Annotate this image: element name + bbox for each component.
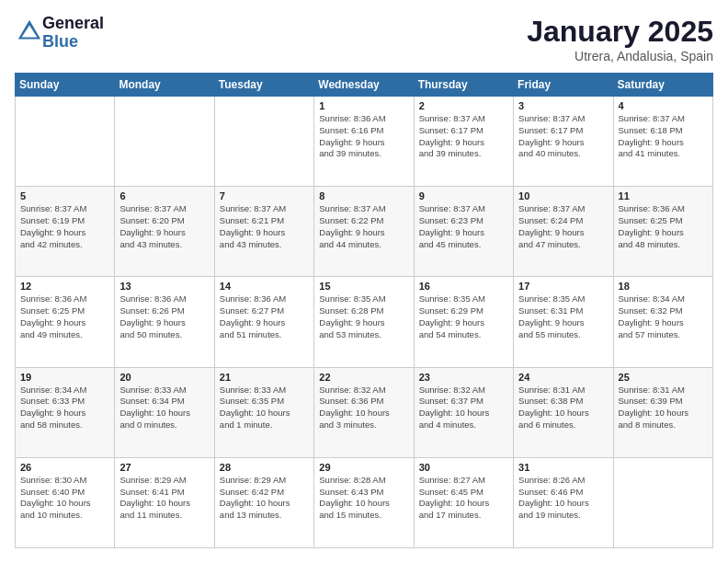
- table-row: 16Sunrise: 8:35 AM Sunset: 6:29 PM Dayli…: [414, 277, 513, 367]
- calendar-title: January 2025: [527, 15, 713, 49]
- table-row: 11Sunrise: 8:36 AM Sunset: 6:25 PM Dayli…: [613, 187, 712, 277]
- logo: General Blue: [15, 15, 104, 52]
- day-info: Sunrise: 8:32 AM Sunset: 6:37 PM Dayligh…: [419, 385, 508, 431]
- table-row: 8Sunrise: 8:37 AM Sunset: 6:22 PM Daylig…: [314, 187, 414, 277]
- table-row: 4Sunrise: 8:37 AM Sunset: 6:18 PM Daylig…: [613, 97, 712, 187]
- table-row: 3Sunrise: 8:37 AM Sunset: 6:17 PM Daylig…: [514, 97, 613, 187]
- day-info: Sunrise: 8:35 AM Sunset: 6:31 PM Dayligh…: [518, 293, 608, 340]
- table-row: 25Sunrise: 8:31 AM Sunset: 6:39 PM Dayli…: [613, 367, 712, 457]
- table-row: 9Sunrise: 8:37 AM Sunset: 6:23 PM Daylig…: [414, 187, 513, 277]
- day-info: Sunrise: 8:36 AM Sunset: 6:25 PM Dayligh…: [20, 293, 109, 340]
- table-row: 28Sunrise: 8:29 AM Sunset: 6:42 PM Dayli…: [214, 457, 313, 547]
- table-row: 6Sunrise: 8:37 AM Sunset: 6:20 PM Daylig…: [115, 187, 214, 277]
- day-number: 18: [619, 281, 708, 292]
- day-number: 22: [319, 372, 408, 383]
- col-tuesday: Tuesday: [214, 74, 313, 97]
- day-number: 12: [20, 281, 109, 292]
- day-number: 25: [619, 372, 708, 383]
- calendar-week-4: 19Sunrise: 8:34 AM Sunset: 6:33 PM Dayli…: [16, 367, 713, 457]
- day-info: Sunrise: 8:29 AM Sunset: 6:42 PM Dayligh…: [220, 475, 309, 522]
- table-row: 1Sunrise: 8:36 AM Sunset: 6:16 PM Daylig…: [314, 97, 414, 187]
- table-row: 22Sunrise: 8:32 AM Sunset: 6:36 PM Dayli…: [314, 367, 414, 457]
- table-row: 10Sunrise: 8:37 AM Sunset: 6:24 PM Dayli…: [514, 187, 613, 277]
- day-number: 23: [419, 372, 508, 383]
- day-info: Sunrise: 8:36 AM Sunset: 6:26 PM Dayligh…: [119, 293, 209, 340]
- day-number: 13: [119, 281, 209, 292]
- day-info: Sunrise: 8:36 AM Sunset: 6:25 PM Dayligh…: [619, 203, 708, 250]
- table-row: 17Sunrise: 8:35 AM Sunset: 6:31 PM Dayli…: [514, 277, 613, 367]
- table-row: 7Sunrise: 8:37 AM Sunset: 6:21 PM Daylig…: [214, 187, 313, 277]
- table-row: 20Sunrise: 8:33 AM Sunset: 6:34 PM Dayli…: [115, 367, 214, 457]
- table-row: 19Sunrise: 8:34 AM Sunset: 6:33 PM Dayli…: [16, 367, 115, 457]
- day-info: Sunrise: 8:37 AM Sunset: 6:24 PM Dayligh…: [518, 203, 608, 250]
- table-row: 5Sunrise: 8:37 AM Sunset: 6:19 PM Daylig…: [16, 187, 115, 277]
- table-row: 27Sunrise: 8:29 AM Sunset: 6:41 PM Dayli…: [115, 457, 214, 547]
- day-info: Sunrise: 8:35 AM Sunset: 6:29 PM Dayligh…: [419, 293, 508, 340]
- day-number: 2: [419, 100, 508, 111]
- table-row: 13Sunrise: 8:36 AM Sunset: 6:26 PM Dayli…: [115, 277, 214, 367]
- day-number: 31: [518, 462, 608, 473]
- day-number: 19: [20, 372, 109, 383]
- day-number: 3: [518, 100, 608, 111]
- logo-line2: Blue: [42, 33, 104, 52]
- table-row: [613, 457, 712, 547]
- table-row: 2Sunrise: 8:37 AM Sunset: 6:17 PM Daylig…: [414, 97, 513, 187]
- day-info: Sunrise: 8:33 AM Sunset: 6:35 PM Dayligh…: [220, 385, 309, 431]
- day-number: 8: [319, 190, 408, 201]
- day-number: 7: [220, 190, 309, 201]
- logo-icon: [17, 18, 42, 44]
- calendar-week-5: 26Sunrise: 8:30 AM Sunset: 6:40 PM Dayli…: [16, 457, 713, 547]
- day-number: 28: [220, 462, 309, 473]
- day-number: 26: [20, 462, 109, 473]
- col-thursday: Thursday: [414, 74, 513, 97]
- day-number: 16: [419, 281, 508, 292]
- day-number: 29: [319, 462, 408, 473]
- table-row: [115, 97, 214, 187]
- col-friday: Friday: [514, 74, 613, 97]
- day-info: Sunrise: 8:34 AM Sunset: 6:33 PM Dayligh…: [20, 385, 109, 431]
- table-row: 21Sunrise: 8:33 AM Sunset: 6:35 PM Dayli…: [214, 367, 313, 457]
- day-number: 5: [20, 190, 109, 201]
- table-row: 12Sunrise: 8:36 AM Sunset: 6:25 PM Dayli…: [16, 277, 115, 367]
- title-block: January 2025 Utrera, Andalusia, Spain: [527, 15, 713, 63]
- day-number: 11: [619, 190, 708, 201]
- table-row: 30Sunrise: 8:27 AM Sunset: 6:45 PM Dayli…: [414, 457, 513, 547]
- day-number: 4: [619, 100, 708, 111]
- day-info: Sunrise: 8:34 AM Sunset: 6:32 PM Dayligh…: [619, 293, 708, 340]
- table-row: [214, 97, 313, 187]
- day-info: Sunrise: 8:37 AM Sunset: 6:17 PM Dayligh…: [518, 113, 608, 160]
- col-sunday: Sunday: [16, 74, 115, 97]
- day-number: 20: [119, 372, 209, 383]
- day-info: Sunrise: 8:31 AM Sunset: 6:39 PM Dayligh…: [619, 385, 708, 431]
- calendar-week-3: 12Sunrise: 8:36 AM Sunset: 6:25 PM Dayli…: [16, 277, 713, 367]
- day-info: Sunrise: 8:37 AM Sunset: 6:18 PM Dayligh…: [619, 113, 708, 160]
- day-number: 9: [419, 190, 508, 201]
- day-info: Sunrise: 8:36 AM Sunset: 6:27 PM Dayligh…: [220, 293, 309, 340]
- day-info: Sunrise: 8:35 AM Sunset: 6:28 PM Dayligh…: [319, 293, 408, 340]
- day-number: 27: [119, 462, 209, 473]
- table-row: [16, 97, 115, 187]
- table-row: 23Sunrise: 8:32 AM Sunset: 6:37 PM Dayli…: [414, 367, 513, 457]
- logo-line1: General: [42, 15, 104, 33]
- col-saturday: Saturday: [613, 74, 712, 97]
- day-info: Sunrise: 8:30 AM Sunset: 6:40 PM Dayligh…: [20, 475, 109, 522]
- day-info: Sunrise: 8:26 AM Sunset: 6:46 PM Dayligh…: [518, 475, 608, 522]
- day-info: Sunrise: 8:37 AM Sunset: 6:23 PM Dayligh…: [419, 203, 508, 250]
- day-number: 24: [518, 372, 608, 383]
- day-info: Sunrise: 8:37 AM Sunset: 6:19 PM Dayligh…: [20, 203, 109, 250]
- day-info: Sunrise: 8:33 AM Sunset: 6:34 PM Dayligh…: [119, 385, 209, 431]
- table-row: 15Sunrise: 8:35 AM Sunset: 6:28 PM Dayli…: [314, 277, 414, 367]
- calendar-header-row: Sunday Monday Tuesday Wednesday Thursday…: [16, 74, 713, 97]
- calendar-table: Sunday Monday Tuesday Wednesday Thursday…: [15, 73, 713, 548]
- day-info: Sunrise: 8:32 AM Sunset: 6:36 PM Dayligh…: [319, 385, 408, 431]
- table-row: 26Sunrise: 8:30 AM Sunset: 6:40 PM Dayli…: [16, 457, 115, 547]
- day-number: 1: [319, 100, 408, 111]
- table-row: 14Sunrise: 8:36 AM Sunset: 6:27 PM Dayli…: [214, 277, 313, 367]
- col-wednesday: Wednesday: [314, 74, 414, 97]
- page: General Blue January 2025 Utrera, Andalu…: [0, 0, 728, 563]
- calendar-week-2: 5Sunrise: 8:37 AM Sunset: 6:19 PM Daylig…: [16, 187, 713, 277]
- col-monday: Monday: [115, 74, 214, 97]
- table-row: 18Sunrise: 8:34 AM Sunset: 6:32 PM Dayli…: [613, 277, 712, 367]
- day-number: 30: [419, 462, 508, 473]
- calendar-week-1: 1Sunrise: 8:36 AM Sunset: 6:16 PM Daylig…: [16, 97, 713, 187]
